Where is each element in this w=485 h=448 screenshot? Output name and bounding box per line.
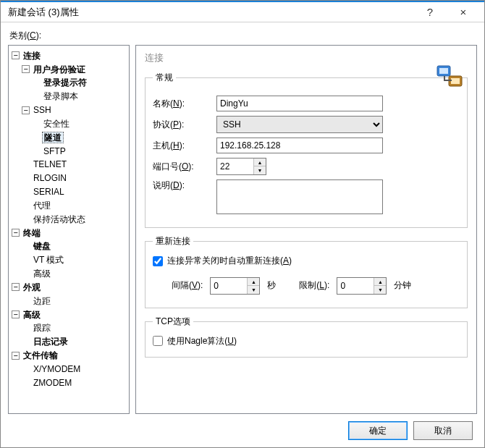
tree-item-zmodem[interactable]: ZMODEM: [22, 376, 127, 389]
interval-label: 间隔(V):: [172, 279, 203, 292]
interval-unit: 秒: [267, 279, 276, 292]
dialog-content: 类别(C): −连接 −用户身份验证 登录提示符 登录脚本 −SSH: [1, 22, 484, 447]
nagle-checkbox[interactable]: 使用Nagle算法(U): [153, 335, 237, 347]
connection-icon: [436, 63, 465, 92]
help-button[interactable]: ?: [413, 2, 447, 22]
tree-item-keyboard[interactable]: 键盘: [22, 240, 127, 253]
nagle-checkbox-input[interactable]: [153, 336, 163, 346]
limit-unit: 分钟: [394, 279, 411, 292]
collapse-icon[interactable]: −: [22, 106, 30, 114]
interval-spinner[interactable]: ▲▼: [210, 277, 260, 295]
collapse-icon[interactable]: −: [22, 65, 30, 73]
panel-title: 连接: [145, 51, 468, 64]
collapse-icon[interactable]: −: [12, 51, 20, 59]
close-button[interactable]: ×: [447, 2, 480, 22]
tree-item-telnet[interactable]: TELNET: [22, 158, 127, 172]
tree-item-advanced[interactable]: −高级 跟踪 日志记录: [12, 308, 127, 348]
desc-input[interactable]: [216, 179, 383, 214]
port-label: 端口号(O):: [153, 161, 211, 173]
svg-rect-3: [451, 78, 460, 84]
desc-label: 说明(D):: [153, 179, 211, 192]
port-input[interactable]: [217, 159, 253, 174]
tree-item-xymodem[interactable]: X/YMODEM: [22, 362, 127, 376]
title-bar: 新建会话 (3)属性 ? ×: [1, 1, 484, 22]
category-tree[interactable]: −连接 −用户身份验证 登录提示符 登录脚本 −SSH 安全性 隧道: [8, 45, 130, 414]
settings-panel: 连接 常规 名称(N): 协议(P):: [135, 45, 477, 414]
ok-button[interactable]: 确定: [348, 421, 408, 440]
spin-down-icon[interactable]: ▼: [254, 166, 266, 174]
general-fieldset: 常规 名称(N): 协议(P): SSH 主机(H): 端口号(O):: [145, 72, 468, 228]
spin-up-icon[interactable]: ▲: [374, 278, 386, 286]
host-input[interactable]: [216, 138, 383, 153]
name-input[interactable]: [216, 96, 383, 111]
tree-item-trace[interactable]: 跟踪: [22, 321, 127, 335]
port-spinner[interactable]: ▲▼: [216, 158, 266, 175]
window-title: 新建会话 (3)属性: [5, 6, 413, 19]
tree-item-vt[interactable]: VT 模式: [22, 253, 127, 266]
tree-item-rlogin[interactable]: RLOGIN: [22, 171, 127, 185]
tree-item-advanced-term[interactable]: 高级: [22, 266, 127, 280]
cancel-button[interactable]: 取消: [413, 421, 473, 440]
tree-item-ssh[interactable]: −SSH 安全性 隧道 SFTP: [22, 103, 127, 157]
collapse-icon[interactable]: −: [12, 283, 20, 291]
tree-item-connection[interactable]: −连接 −用户身份验证 登录提示符 登录脚本 −SSH 安全性 隧道: [12, 48, 127, 226]
tree-item-serial[interactable]: SERIAL: [22, 185, 127, 198]
collapse-icon[interactable]: −: [12, 229, 20, 237]
tree-item-login-script[interactable]: 登录脚本: [32, 89, 127, 103]
spin-up-icon[interactable]: ▲: [248, 278, 259, 286]
reconnect-fieldset: 重新连接 连接异常关闭时自动重新连接(A) 间隔(V): ▲▼ 秒 限制(L):: [145, 235, 468, 308]
autoreconnect-checkbox[interactable]: 连接异常关闭时自动重新连接(A): [153, 255, 292, 267]
tree-item-login-prompt[interactable]: 登录提示符: [32, 76, 127, 90]
name-label: 名称(N):: [153, 98, 211, 110]
spin-up-icon[interactable]: ▲: [254, 159, 266, 166]
tree-item-log[interactable]: 日志记录: [22, 334, 127, 348]
autoreconnect-checkbox-input[interactable]: [153, 256, 163, 266]
tree-item-keepalive[interactable]: 保持活动状态: [22, 212, 127, 226]
main-area: −连接 −用户身份验证 登录提示符 登录脚本 −SSH 安全性 隧道: [8, 45, 477, 414]
host-label: 主机(H):: [153, 140, 211, 152]
tree-item-tunnel[interactable]: 隧道: [32, 130, 127, 144]
tree-item-sftp[interactable]: SFTP: [32, 144, 127, 158]
tree-item-file-transfer[interactable]: −文件传输 X/YMODEM ZMODEM: [12, 348, 127, 389]
nagle-label: 使用Nagle算法(U): [167, 335, 237, 347]
limit-label: 限制(L):: [299, 279, 329, 292]
reconnect-legend: 重新连接: [153, 235, 193, 248]
tree-item-margin[interactable]: 边距: [22, 294, 127, 308]
tree-item-terminal[interactable]: −终端 键盘 VT 模式 高级: [12, 226, 127, 280]
interval-input[interactable]: [211, 278, 247, 294]
tree-item-security[interactable]: 安全性: [32, 117, 127, 130]
autoreconnect-label: 连接异常关闭时自动重新连接(A): [167, 255, 292, 267]
tree-item-appearance[interactable]: −外观 边距: [12, 280, 127, 308]
limit-spinner[interactable]: ▲▼: [337, 277, 387, 295]
svg-rect-1: [439, 68, 448, 74]
dialog-footer: 确定 取消: [8, 414, 477, 441]
collapse-icon[interactable]: −: [12, 310, 20, 318]
tcp-fieldset: TCP选项 使用Nagle算法(U): [145, 316, 468, 358]
spin-down-icon[interactable]: ▼: [374, 286, 386, 294]
protocol-select[interactable]: SSH: [216, 116, 383, 133]
tree-item-proxy[interactable]: 代理: [22, 198, 127, 212]
tree-item-auth[interactable]: −用户身份验证 登录提示符 登录脚本: [22, 62, 127, 103]
category-label: 类别(C):: [8, 27, 477, 45]
collapse-icon[interactable]: −: [12, 352, 20, 360]
tcp-legend: TCP选项: [153, 316, 193, 328]
protocol-label: 协议(P):: [153, 119, 211, 131]
general-legend: 常规: [153, 72, 176, 84]
limit-input[interactable]: [337, 278, 374, 294]
spin-down-icon[interactable]: ▼: [248, 286, 259, 294]
